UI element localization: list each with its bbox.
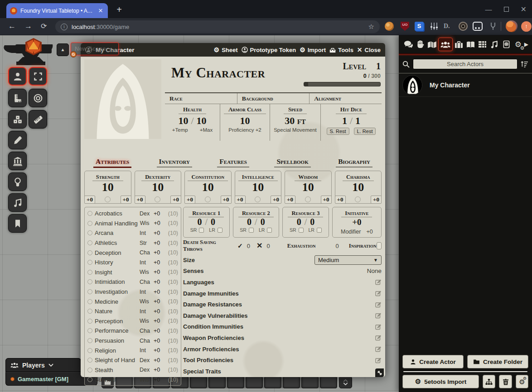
macro-slot[interactable] (320, 376, 337, 388)
skill-row[interactable]: Acrobatics Dex +0 (10) (85, 209, 181, 219)
browser-profile-avatar[interactable] (506, 20, 517, 32)
long-rest-checkbox[interactable] (317, 228, 322, 233)
actor-list-item[interactable]: My Character (399, 73, 532, 97)
ability-save-chip[interactable]: +0 (184, 196, 195, 204)
tuning-fork-extension-icon[interactable] (488, 22, 498, 31)
hotbar-page-button[interactable] (339, 376, 352, 388)
short-rest-checkbox[interactable] (199, 228, 204, 233)
skill-row[interactable]: Sleight of Hand Dex +0 (10) (85, 355, 181, 365)
tab-combat-icon[interactable] (414, 38, 426, 50)
address-bar[interactable]: i localhost:30000/game ☆ (55, 20, 380, 33)
short-rest-checkbox[interactable] (299, 228, 304, 233)
tab-close-icon[interactable]: ✕ (97, 7, 104, 14)
health-stat[interactable]: Health 10/10 +Temp+Max (165, 104, 220, 141)
import-button[interactable]: ⚙Import (300, 47, 326, 53)
resource-box[interactable]: Resource 3 0/0 SRLR (282, 207, 329, 238)
ability-mod-chip[interactable]: +0 (221, 196, 232, 204)
long-rest-checkbox[interactable] (218, 228, 222, 233)
exhaustion-value[interactable]: 0 (336, 243, 339, 249)
lens-extension-icon[interactable] (459, 22, 468, 31)
short-rest-checkbox[interactable] (249, 228, 254, 233)
ability-save-chip[interactable]: +0 (285, 196, 295, 204)
skill-row[interactable]: Persuasion Cha +0 (10) (85, 336, 181, 346)
edit-icon[interactable] (375, 357, 382, 363)
skill-proficiency-radio[interactable] (87, 279, 92, 284)
proficiency-toggle[interactable] (355, 196, 361, 202)
ability-save-chip[interactable]: +0 (84, 196, 95, 204)
skill-proficiency-radio[interactable] (87, 309, 92, 314)
macro-slot[interactable] (264, 376, 281, 388)
short-rest-button[interactable]: S. Rest (327, 128, 349, 135)
macro-slot[interactable] (208, 376, 226, 388)
background-field[interactable]: Background (237, 93, 310, 104)
browser-tab[interactable]: Foundry Virtual Tabletop • A Stan ✕ (6, 3, 108, 18)
window-maximize-button[interactable] (504, 7, 509, 12)
sheet-config-button[interactable]: ⚙Sheet (214, 47, 238, 53)
hit-dice-stat[interactable]: Hit Dice 1/1 S. Rest L. Rest (321, 104, 382, 141)
size-select[interactable]: Medium▼ (314, 255, 382, 265)
close-sheet-button[interactable]: ✕Close (357, 47, 381, 53)
skill-proficiency-radio[interactable] (87, 270, 92, 275)
character-name-field[interactable]: My Character (171, 65, 265, 81)
nav-collapse-button[interactable]: ▲ (57, 43, 69, 56)
sort-icon[interactable] (521, 61, 528, 67)
proficiency-toggle[interactable] (205, 196, 211, 202)
ability-save-chip[interactable]: +0 (335, 196, 346, 204)
ability-block[interactable]: Intelligence 10 +0 +0 (235, 171, 282, 204)
macro-slot[interactable] (246, 376, 263, 388)
select-tokens-tool[interactable] (8, 67, 27, 86)
sounds-music-tool[interactable] (8, 193, 27, 212)
players-header[interactable]: Players (5, 358, 81, 372)
tools-button[interactable]: Tools (329, 47, 353, 53)
macro-slot[interactable] (227, 376, 244, 388)
site-info-icon[interactable]: i (61, 24, 68, 30)
sheet-window-header[interactable]: My Character ⚙Sheet Prototype Token ⚙Imp… (81, 43, 385, 57)
death-save-success-count[interactable]: 0 (247, 243, 250, 249)
back-button[interactable]: ← (8, 22, 16, 31)
window-resize-handle[interactable] (375, 368, 384, 377)
skill-proficiency-radio[interactable] (87, 250, 92, 255)
s-extension-icon[interactable]: S (415, 22, 424, 31)
skill-proficiency-radio[interactable] (87, 211, 92, 216)
tab-attributes[interactable]: Attributes (93, 158, 131, 168)
skill-row[interactable]: Stealth Dex +0 (10) (85, 365, 181, 375)
tab-chat-icon[interactable] (402, 38, 414, 50)
ability-save-chip[interactable]: +0 (135, 196, 145, 204)
tab-biography[interactable]: Biography (336, 158, 372, 167)
skill-proficiency-radio[interactable] (87, 240, 92, 245)
5etools-import-button[interactable]: ⚙ 5etools Import (402, 375, 479, 388)
senses-value[interactable]: None (367, 268, 382, 274)
ability-mod-chip[interactable]: +0 (271, 196, 281, 204)
skill-row[interactable]: Survival Wis +0 (10) (85, 375, 181, 385)
proficiency-toggle[interactable] (255, 196, 261, 202)
cookie-extension-icon[interactable] (385, 22, 394, 31)
walls-temple-tool[interactable] (8, 152, 27, 170)
delete-button[interactable] (499, 375, 512, 388)
skill-proficiency-radio[interactable] (87, 328, 92, 333)
new-tab-button[interactable]: + (113, 4, 125, 16)
skill-proficiency-radio[interactable] (87, 260, 92, 265)
skill-row[interactable]: History Int +0 (10) (85, 258, 181, 268)
proficiency-toggle[interactable] (155, 196, 160, 202)
proficiency-toggle[interactable] (105, 196, 111, 202)
scene-nav-item[interactable]: New Scene G (71, 43, 119, 55)
tab-actors-icon[interactable] (438, 38, 453, 51)
sidebar-collapse-icon[interactable]: ▶ (524, 41, 528, 48)
screenshot-extension-icon[interactable] (473, 22, 483, 31)
ability-block[interactable]: Charisma 10 +0 +0 (335, 171, 382, 204)
d-extension-icon[interactable]: D. (444, 22, 453, 31)
skill-row[interactable]: Intimidation Cha +0 (10) (85, 277, 181, 287)
notes-bookmark-tool[interactable] (8, 214, 27, 233)
window-close-button[interactable]: ✕ (521, 5, 527, 14)
skill-row[interactable]: Nature Int +0 (10) (85, 306, 181, 316)
create-folder-button[interactable]: Create Folder (467, 355, 528, 368)
alignment-field[interactable]: Alignment (310, 93, 382, 104)
measure-ruler-tool[interactable] (8, 89, 27, 107)
skill-proficiency-radio[interactable] (87, 289, 92, 294)
skill-row[interactable]: Medicine Wis +0 (10) (85, 296, 181, 306)
reload-button[interactable]: ⟳ (41, 22, 47, 30)
resource-box[interactable]: Resource 2 0/0 SRLR (233, 207, 280, 238)
measured-template-tool[interactable] (29, 89, 47, 107)
macro-slot[interactable] (283, 376, 300, 388)
skill-proficiency-radio[interactable] (87, 348, 92, 353)
